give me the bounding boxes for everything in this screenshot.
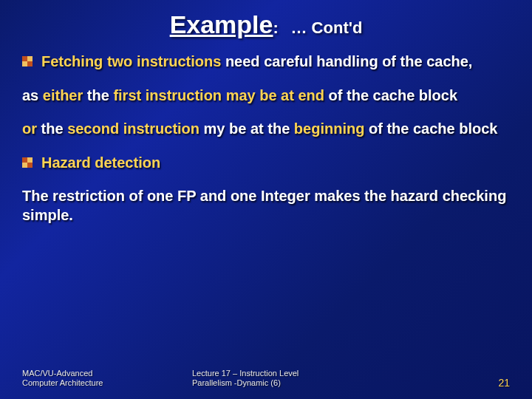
text-segment: Fetching two instructions [41, 53, 221, 69]
svg-rect-4 [22, 157, 27, 163]
bullet-item: or the second instruction my be at the b… [22, 120, 510, 139]
svg-rect-0 [22, 56, 27, 61]
text-segment: of the cache block [324, 87, 457, 103]
text-segment: first instruction may be at end [113, 87, 324, 103]
svg-rect-5 [27, 157, 33, 163]
bullet-icon [22, 157, 33, 168]
title-colon: : [273, 18, 278, 37]
slide-footer: MAC/VU-Advanced Computer Architecture Le… [0, 369, 532, 389]
text-segment: the [83, 87, 113, 103]
footer-left: MAC/VU-Advanced Computer Architecture [22, 369, 185, 389]
svg-rect-7 [27, 163, 33, 168]
svg-rect-3 [27, 61, 33, 66]
page-number: 21 [466, 377, 510, 389]
text-segment: the [37, 120, 67, 137]
bullet-icon [22, 56, 33, 66]
text-segment: The restriction of one FP and one Intege… [22, 188, 506, 223]
svg-rect-2 [22, 61, 27, 66]
text-segment: as [22, 87, 43, 103]
bullet-item: as either the first instruction may be a… [22, 86, 510, 106]
slide-title: Example: … Cont'd [0, 0, 532, 45]
text-segment: beginning [294, 120, 365, 137]
bullet-item: Fetching two instructions need careful h… [22, 52, 510, 72]
svg-rect-1 [27, 56, 33, 61]
footer-left-line1: MAC/VU-Advanced [22, 369, 185, 379]
text-segment: second instruction [67, 120, 200, 137]
bullet-item: The restriction of one FP and one Intege… [22, 187, 510, 225]
bullet-item: Hazard detection [22, 154, 510, 173]
title-main: Example [170, 10, 273, 38]
text-segment: or [22, 120, 37, 137]
text-segment: either [43, 87, 83, 103]
text-segment: of the cache block [364, 120, 497, 137]
title-contd: … Cont'd [282, 18, 362, 37]
text-segment: my be at the [200, 120, 294, 137]
text-segment: Hazard detection [41, 154, 160, 171]
footer-left-line2: Computer Architecture [22, 378, 185, 389]
footer-center-line2: Parallelism -Dynamic (6) [192, 378, 466, 389]
text-segment: need careful handling of the cache, [221, 53, 472, 69]
footer-center-line1: Lecture 17 – Instruction Level [192, 369, 466, 379]
slide-body: Fetching two instructions need careful h… [0, 45, 532, 225]
svg-rect-6 [22, 163, 27, 168]
footer-center: Lecture 17 – Instruction Level Paralleli… [185, 369, 466, 389]
